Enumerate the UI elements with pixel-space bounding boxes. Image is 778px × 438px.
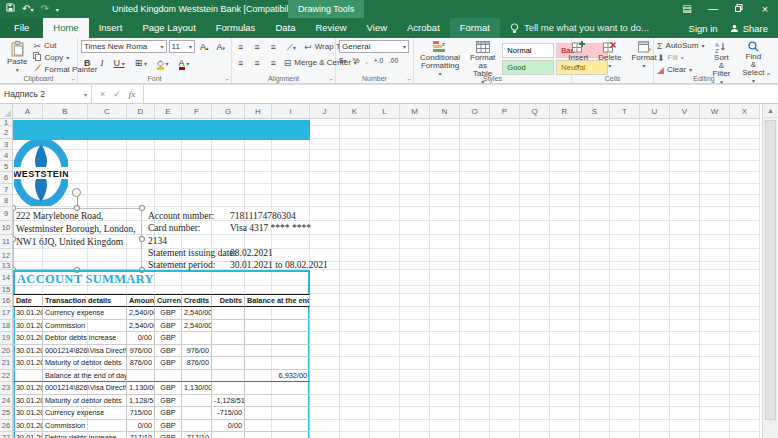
column-header-U[interactable]: U — [640, 104, 670, 119]
clipboard-dialog-launcher[interactable]: ⌐ — [71, 76, 75, 82]
statement-cell[interactable]: Date — [13, 294, 43, 307]
row-header-8[interactable]: 8 — [0, 195, 13, 207]
column-header-S[interactable]: S — [580, 104, 610, 119]
column-header-G[interactable]: G — [212, 104, 245, 119]
statement-cell[interactable]: 717/10 — [182, 432, 212, 438]
borders-button[interactable]: ⊞ ▾ — [132, 56, 150, 69]
increase-decimal-icon[interactable]: +.0 — [374, 57, 383, 64]
column-header-C[interactable]: C — [88, 104, 127, 119]
row-header-17[interactable]: 17 — [0, 307, 13, 320]
statement-cell[interactable]: 1,130/00 — [127, 382, 155, 395]
shrink-font-button[interactable]: A▾ — [213, 40, 228, 53]
statement-cell[interactable]: -715/00 — [212, 407, 245, 420]
statement-cell[interactable]: Transaction details — [43, 294, 127, 307]
statement-cell[interactable]: GBP — [155, 332, 182, 345]
row-header-3[interactable]: 3 — [0, 139, 13, 150]
statement-cell[interactable] — [212, 307, 245, 320]
tab-data[interactable]: Data — [265, 18, 305, 38]
statement-cell[interactable]: 30.01.2022 — [13, 407, 43, 420]
vertical-scrollbar[interactable]: ▲ — [762, 104, 778, 438]
resize-handle[interactable] — [74, 205, 80, 211]
statement-cell[interactable]: GBP — [155, 345, 182, 358]
statement-cell[interactable] — [212, 382, 245, 395]
column-header-W[interactable]: W — [700, 104, 730, 119]
resize-handle[interactable] — [139, 205, 145, 211]
statement-cell[interactable]: Debtor debts increase — [43, 332, 127, 345]
column-header-L[interactable]: L — [370, 104, 400, 119]
conditional-formatting-button[interactable]: z Conditional Formatting▾ — [417, 40, 463, 79]
font-color-button[interactable]: A ▾ — [176, 56, 193, 69]
statement-cell[interactable]: GBP — [155, 382, 182, 395]
row-header-25[interactable]: 25 — [0, 407, 13, 420]
row-header-22[interactable]: 22 — [0, 370, 13, 383]
statement-cell[interactable]: 30.01.2022 — [13, 432, 43, 438]
sign-in-link[interactable]: Sign in — [689, 23, 718, 34]
font-size-combo[interactable]: 11▾ — [169, 40, 195, 53]
close-icon[interactable]: × — [752, 0, 778, 18]
row-header-11[interactable]: 11 — [0, 235, 13, 249]
column-header-D[interactable]: D — [127, 104, 155, 119]
column-header-X[interactable]: X — [730, 104, 760, 119]
statement-cell[interactable]: 30.01.2022 — [13, 382, 43, 395]
cell-style-good[interactable]: Good — [502, 60, 554, 75]
statement-cell[interactable]: Commission — [43, 320, 127, 333]
scroll-up-icon[interactable]: ▲ — [763, 104, 778, 118]
column-header-J[interactable]: J — [310, 104, 340, 119]
autosum-button[interactable]: ΣAutoSum ▾ — [657, 40, 705, 51]
statement-cell[interactable] — [245, 432, 310, 438]
statement-cell[interactable]: 876/00 — [182, 357, 212, 370]
tell-me-box[interactable]: Tell me what you want to do... — [500, 18, 659, 38]
undo-icon[interactable]: ↶▾ — [22, 0, 33, 19]
tab-file[interactable]: File — [0, 18, 43, 38]
statement-cell[interactable]: 30.01.2022 — [13, 345, 43, 358]
row-header-16[interactable]: 16 — [0, 294, 13, 307]
tab-acrobat[interactable]: Acrobat — [397, 18, 450, 38]
statement-cell[interactable] — [212, 332, 245, 345]
tab-view[interactable]: View — [357, 18, 397, 38]
share-button[interactable]: Share — [730, 23, 768, 34]
font-name-combo[interactable]: Times New Roma▾ — [81, 40, 167, 53]
row-header-15[interactable]: 15 — [0, 286, 13, 294]
statement-cell[interactable]: 715/00 — [127, 407, 155, 420]
statement-cell[interactable] — [245, 382, 310, 395]
decrease-decimal-icon[interactable]: .00 — [389, 57, 398, 64]
row-header-9[interactable]: 9 — [0, 207, 13, 221]
minimize-icon[interactable]: — — [700, 0, 726, 18]
statement-cell[interactable]: 30.01.2022 — [13, 395, 43, 408]
statement-cell[interactable]: 0001214\826\Visa Direct\Skrill Ltd — [43, 382, 127, 395]
qat-customize-icon[interactable]: ▾ — [56, 0, 59, 19]
row-header-19[interactable]: 19 — [0, 332, 13, 345]
statement-cell[interactable]: GBP — [155, 307, 182, 320]
statement-cell[interactable]: Currency expense — [43, 307, 127, 320]
statement-cell[interactable] — [182, 420, 212, 433]
enter-icon[interactable]: ✓ — [113, 89, 121, 99]
row-header-23[interactable]: 23 — [0, 382, 13, 395]
tab-insert[interactable]: Insert — [89, 18, 133, 38]
statement-cell[interactable] — [182, 395, 212, 408]
column-header-I[interactable]: I — [272, 104, 310, 119]
statement-cell[interactable] — [182, 332, 212, 345]
column-header-N[interactable]: N — [430, 104, 460, 119]
name-box[interactable]: Надпись 2▾ — [0, 85, 92, 103]
statement-cell[interactable]: 717/10 — [127, 432, 155, 438]
font-dialog-launcher[interactable]: ⌐ — [225, 76, 229, 82]
row-header-27[interactable]: 27 — [0, 432, 13, 438]
align-right-icon[interactable]: ≡ — [268, 56, 279, 69]
statement-cell[interactable]: 1,130/00 — [182, 382, 212, 395]
statement-cell[interactable]: Debits — [212, 294, 245, 307]
statement-cell[interactable]: 1,128/51 — [127, 395, 155, 408]
statement-cell[interactable]: Maturity of debtor debts — [43, 395, 127, 408]
statement-cell[interactable]: 30.01.2022 — [13, 420, 43, 433]
column-header-E[interactable]: E — [155, 104, 182, 119]
row-header-4[interactable]: 4 — [0, 150, 13, 161]
row-header-20[interactable]: 20 — [0, 345, 13, 358]
column-header-K[interactable]: K — [340, 104, 370, 119]
tab-home[interactable]: Home — [43, 18, 88, 38]
insert-function-icon[interactable]: fx — [129, 89, 136, 99]
row-header-14[interactable]: 14 — [0, 270, 13, 286]
tab-page-layout[interactable]: Page Layout — [132, 18, 205, 38]
rotate-handle[interactable] — [72, 188, 81, 197]
row-header-10[interactable]: 10 — [0, 221, 13, 235]
statement-cell[interactable]: 2,540/00 — [182, 307, 212, 320]
statement-cell[interactable]: 6,932/00 — [245, 370, 310, 383]
